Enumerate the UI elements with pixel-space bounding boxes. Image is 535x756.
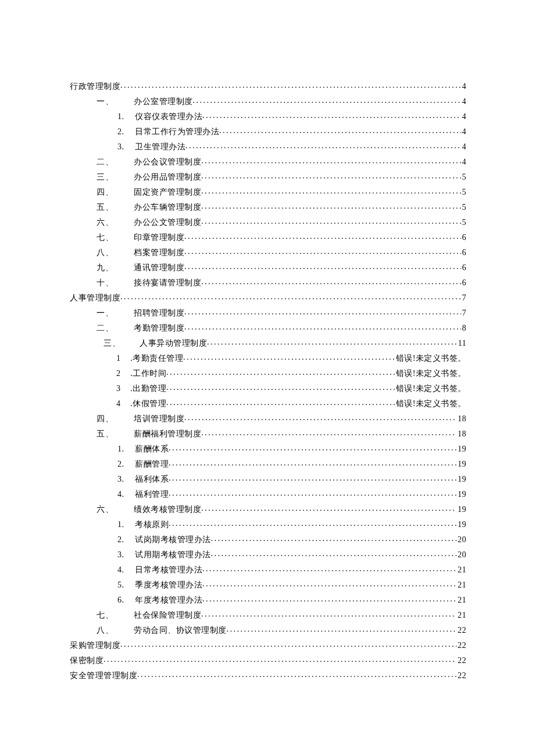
toc-entry-label: 6. [117,596,135,605]
toc-entry[interactable]: 4.休假管理错误!未定义书签。 [70,399,466,414]
toc-leader-dots [166,383,395,392]
toc-leader-dots [186,141,461,151]
toc-entry[interactable]: 五、薪酬福利管理制度18 [70,429,466,444]
toc-entry-page: 7 [461,309,467,318]
toc-entry-text: 保密制度 [70,655,104,666]
toc-entry-page: 6 [461,233,467,242]
toc-entry[interactable]: 采购管理制度22 [70,640,466,655]
toc-entry-label: 4 [116,399,130,409]
toc-entry[interactable]: 一、招聘管理制度7 [70,308,466,323]
toc-leader-dots [201,187,461,196]
toc-entry[interactable]: 一、办公室管理制度4 [70,96,466,112]
toc-leader-dots [201,504,456,513]
toc-leader-dots [184,307,461,317]
toc-entry[interactable]: 五、办公车辆管理制度5 [70,202,466,217]
toc-entry-text: .出勤管理 [130,384,166,394]
toc-entry-label: 2. [117,535,135,544]
toc-entry-text: 招聘管理制度 [134,308,184,318]
toc-entry[interactable]: 6.年度考核管理办法21 [70,595,466,610]
toc-entry-page: 18 [456,429,466,439]
toc-entry[interactable]: 四、固定资产管理制度5 [70,187,466,202]
toc-leader-dots [219,126,461,135]
toc-entry[interactable]: 3.卫生管理办法4 [70,142,466,157]
toc-entry-text: 固定资产管理制度 [134,187,201,198]
toc-entry-text: 办公公文管理制度 [134,217,201,228]
toc-entry-page: 19 [456,505,466,514]
toc-leader-dots [202,594,456,604]
toc-entry-page: 19 [456,445,466,454]
toc-entry-page: 7 [461,293,467,303]
toc-leader-dots [184,323,461,332]
toc-entry[interactable]: 三、办公用品管理制度5 [70,172,466,187]
toc-entry-text: 接待宴请管理制度 [134,278,201,288]
toc-entry[interactable]: 六、办公公文管理制度5 [70,217,466,232]
toc-entry[interactable]: 人事管理制度7 [70,293,466,308]
toc-entry[interactable]: 3.出勤管理错误!未定义书签。 [70,384,466,399]
toc-entry[interactable]: 八、劳动合同、协议管理制度22 [70,625,466,640]
toc-entry-text: .考勤责任管理 [130,353,183,364]
toc-entry-label: 十、 [97,278,134,288]
toc-entry-page: 4 [461,127,467,137]
toc-entry-text: 通讯管理制度 [134,263,184,273]
toc-entry-label: 4. [117,565,135,575]
toc-leader-dots [201,171,461,181]
toc-entry[interactable]: 2.工作时间错误!未定义书签。 [70,368,466,384]
table-of-contents: 行政管理制度4一、办公室管理制度41.仪容仪表管理办法42.日常工作行为管理办法… [70,81,466,686]
toc-entry[interactable]: 3.福利体系19 [70,474,466,489]
toc-entry[interactable]: 1.仪容仪表管理办法4 [70,112,466,127]
toc-leader-dots [169,458,456,468]
toc-entry[interactable]: 2.薪酬管理19 [70,459,466,474]
toc-entry[interactable]: 4.日常考核管理办法21 [70,565,466,580]
toc-entry[interactable]: 行政管理制度4 [70,81,466,96]
toc-entry-page: 4 [461,157,467,167]
toc-leader-dots [169,443,456,453]
toc-entry[interactable]: 5.季度考核管理办法21 [70,580,466,595]
toc-entry[interactable]: 十、接待宴请管理制度6 [70,278,466,293]
toc-entry[interactable]: 九、通讯管理制度6 [70,263,466,278]
toc-entry-page: 21 [456,596,466,605]
toc-entry-page: 19 [456,520,466,529]
toc-leader-dots [184,232,461,241]
toc-entry[interactable]: 3.试用期考核管理办法20 [70,550,466,565]
toc-leader-dots [184,413,456,422]
toc-entry-text: 人事异动管理制度 [140,338,207,349]
toc-entry[interactable]: 2.试岗期考核管理办法20 [70,535,466,550]
toc-leader-dots [211,549,457,558]
toc-leader-dots [184,262,461,271]
toc-leader-dots [169,474,456,483]
toc-entry[interactable]: 1.考勤责任管理错误!未定义书签。 [70,353,466,368]
toc-entry-label: 5. [117,581,135,590]
toc-entry-text: 办公用品管理制度 [134,172,201,182]
toc-entry[interactable]: 四、培训管理制度18 [70,414,466,429]
toc-entry[interactable]: 二、办公会议管理制度4 [70,157,466,172]
toc-entry[interactable]: 七、印章管理制度6 [70,232,466,248]
toc-entry-page: 5 [461,173,467,182]
toc-entry[interactable]: 1.考核原则19 [70,519,466,535]
toc-entry[interactable]: 三、人事异动管理制度11 [70,338,466,353]
toc-entry[interactable]: 1.薪酬体系19 [70,444,466,459]
toc-leader-dots [120,81,461,90]
toc-entry-label: 3. [117,475,135,484]
toc-entry-label: 五、 [97,202,134,213]
toc-entry[interactable]: 八、档案管理制度6 [70,248,466,263]
toc-entry-page: 4 [461,142,467,152]
toc-entry-text: 安全管理管理制度 [70,671,137,681]
toc-entry[interactable]: 六、绩效考核管理制度19 [70,504,466,519]
toc-leader-dots [120,292,461,302]
toc-entry-page: 21 [456,611,466,620]
toc-entry-text: 福利体系 [135,474,169,485]
toc-entry-page: 21 [456,565,466,575]
toc-entry[interactable]: 七、社会保险管理制度21 [70,610,466,625]
toc-entry-page: 22 [456,656,466,665]
toc-entry[interactable]: 安全管理管理制度22 [70,671,466,686]
toc-entry[interactable]: 二、考勤管理制度8 [70,323,466,338]
toc-leader-dots [166,368,395,377]
toc-entry-page: 6 [461,278,467,288]
toc-entry[interactable]: 2.日常工作行为管理办法4 [70,127,466,142]
toc-entry-page: 19 [456,475,466,484]
toc-entry[interactable]: 4.福利管理19 [70,489,466,504]
toc-entry-page: 错误!未定义书签。 [395,368,466,379]
toc-entry[interactable]: 保密制度22 [70,655,466,671]
toc-entry-page: 错误!未定义书签。 [395,399,466,409]
toc-leader-dots [201,428,456,438]
